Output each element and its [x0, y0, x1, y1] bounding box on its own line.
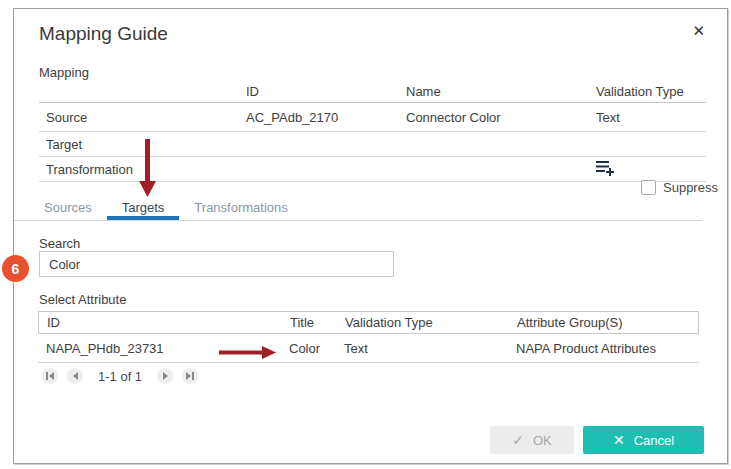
tab-bar: Sources Targets Transformations	[14, 195, 702, 221]
attr-col-id: ID	[39, 315, 282, 330]
pagination-prev-button[interactable]	[67, 368, 83, 384]
close-icon[interactable]: ✕	[692, 23, 705, 38]
ok-button[interactable]: ✓ OK	[490, 426, 574, 454]
mapping-guide-dialog: Mapping Guide ✕ Mapping ID Name Validati…	[13, 8, 728, 464]
add-transformation-icon[interactable]	[596, 160, 616, 176]
mapping-row-transformation: Transformation	[39, 157, 706, 182]
attribute-header-row: ID Title Validation Type Attribute Group…	[38, 311, 699, 334]
source-name: Connector Color	[399, 110, 589, 125]
ok-button-label: OK	[533, 433, 552, 448]
mapping-header-row: ID Name Validation Type	[39, 80, 706, 103]
attr-row-id: NAPA_PHdb_23731	[38, 341, 281, 356]
next-page-icon	[163, 372, 168, 380]
target-row-label: Target	[39, 137, 239, 152]
attr-row-title: Color	[281, 341, 336, 356]
step-badge: 6	[2, 255, 29, 282]
tab-sources[interactable]: Sources	[29, 195, 107, 220]
cancel-button[interactable]: ✕ Cancel	[583, 426, 704, 454]
pagination: 1-1 of 1	[42, 368, 198, 384]
tab-targets[interactable]: Targets	[107, 195, 180, 220]
suppress-label: Suppress	[663, 180, 718, 195]
mapping-row-source: Source AC_PAdb_2170 Connector Color Text	[39, 103, 706, 132]
source-id: AC_PAdb_2170	[239, 110, 399, 125]
x-icon: ✕	[613, 432, 625, 448]
mapping-col-id: ID	[239, 84, 399, 99]
mapping-col-validation-type: Validation Type	[589, 84, 706, 99]
last-page-icon	[186, 372, 191, 380]
pagination-range-text: 1-1 of 1	[98, 369, 142, 384]
attribute-table: ID Title Validation Type Attribute Group…	[38, 311, 699, 363]
search-label: Search	[39, 236, 80, 251]
source-validation-type: Text	[589, 110, 706, 125]
tab-transformations[interactable]: Transformations	[179, 195, 302, 220]
pagination-next-button[interactable]	[157, 368, 173, 384]
search-input[interactable]	[39, 251, 394, 277]
source-row-label: Source	[39, 110, 239, 125]
attr-row-attribute-groups: NAPA Product Attributes	[508, 341, 699, 356]
attribute-row[interactable]: NAPA_PHdb_23731 Color Text NAPA Product …	[38, 334, 699, 363]
pagination-first-button[interactable]	[42, 368, 58, 384]
cancel-button-label: Cancel	[634, 433, 674, 448]
dialog-title: Mapping Guide	[39, 23, 168, 45]
attr-col-title: Title	[282, 315, 337, 330]
mapping-row-target: Target	[39, 132, 706, 157]
transformation-row-label: Transformation	[39, 162, 239, 177]
check-icon: ✓	[512, 432, 524, 448]
suppress-checkbox[interactable]	[641, 180, 656, 195]
select-attribute-label: Select Attribute	[39, 292, 126, 307]
attr-row-validation-type: Text	[336, 341, 508, 356]
prev-page-icon	[73, 372, 78, 380]
screen: Mapping Guide ✕ Mapping ID Name Validati…	[0, 0, 731, 469]
first-page-icon	[46, 372, 48, 380]
mapping-col-name: Name	[399, 84, 589, 99]
attr-col-validation-type: Validation Type	[337, 315, 509, 330]
attr-col-attribute-groups: Attribute Group(S)	[509, 315, 698, 330]
mapping-section-label: Mapping	[39, 65, 89, 80]
mapping-table: ID Name Validation Type Source AC_PAdb_2…	[39, 80, 706, 182]
suppress-control: Suppress	[641, 180, 718, 195]
pagination-last-button[interactable]	[182, 368, 198, 384]
